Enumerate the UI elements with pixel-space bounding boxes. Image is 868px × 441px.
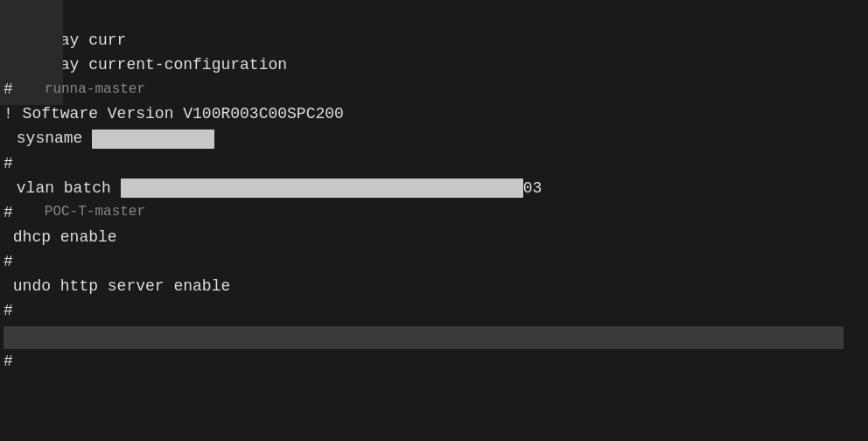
hash4-text: # xyxy=(4,250,13,273)
line-dhcp-text: dhcp enable xyxy=(4,226,117,248)
line-display-curr: >display curr xyxy=(4,28,868,52)
hash-final-text: # xyxy=(4,350,13,373)
bottom-input-bar[interactable] xyxy=(4,326,844,349)
terminal-content: >dis >display curr >display current-conf… xyxy=(0,0,868,374)
terminal-window: >dis >display curr >display current-conf… xyxy=(0,0,868,441)
line-hash3: # POC-T-master xyxy=(4,200,868,225)
line-dhcp: dhcp enable xyxy=(4,225,868,249)
bottom-input-area[interactable] xyxy=(4,326,868,349)
hash2-text: # xyxy=(4,152,13,175)
line-undo: undo http server enable xyxy=(4,274,868,298)
line-sysname: sysname xyxy=(4,126,868,150)
line-hash5: # xyxy=(4,298,868,323)
line-hash-final: # xyxy=(4,349,868,374)
sysname-redacted xyxy=(92,130,214,149)
line-hash1: # runna-master xyxy=(4,77,868,102)
vlan-redacted xyxy=(121,178,523,198)
line-software-text: ! Software Version V100R003C00SPC200 xyxy=(4,102,344,125)
sysname-label: sysname xyxy=(7,127,92,150)
line-vlan: vlan batch 03 xyxy=(4,176,868,200)
vlan-section: vlan batch 03 # POC-T-master xyxy=(4,176,868,225)
vlan-label: vlan batch xyxy=(7,177,121,200)
hash1-text: # xyxy=(4,78,13,101)
hash5-text: # xyxy=(4,299,13,322)
line-display-current: >display current-configuration xyxy=(4,52,868,77)
hash3-text: # xyxy=(4,201,13,224)
overlay-runna-text: runna-master xyxy=(45,80,145,100)
line-dis: >dis xyxy=(4,4,868,28)
line-hash4: # xyxy=(4,249,868,274)
vlan-suffix: 03 xyxy=(523,177,542,200)
line-hash2: # xyxy=(4,151,868,176)
line-software: ! Software Version V100R003C00SPC200 xyxy=(4,102,868,126)
overlay-poc-text: POC-T-master xyxy=(45,202,145,222)
line-undo-text: undo http server enable xyxy=(4,275,230,298)
